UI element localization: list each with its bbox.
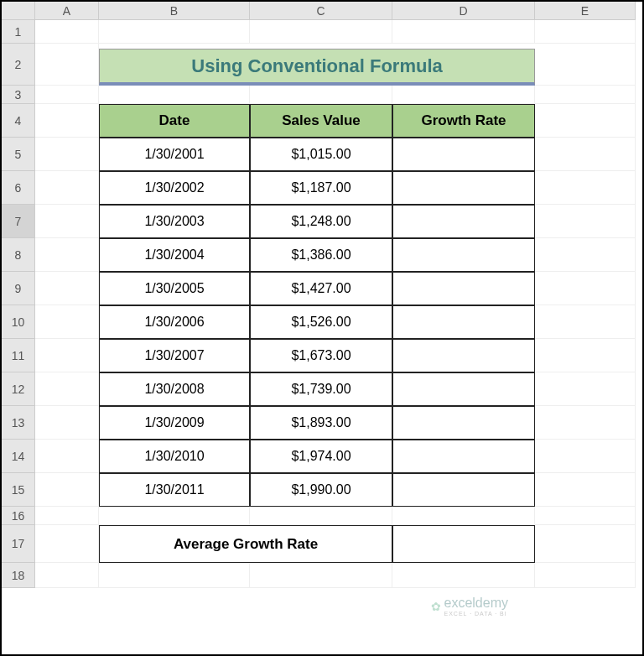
cell-A6[interactable] [35,171,99,205]
row-head-11[interactable]: 11 [2,339,35,372]
row-head-8[interactable]: 8 [2,238,35,272]
cell-date[interactable]: 1/30/2005 [99,272,250,305]
cell-A10[interactable] [35,305,99,339]
cell-E9[interactable] [535,272,636,305]
cell-E13[interactable] [535,406,636,440]
cell-B1[interactable] [99,20,250,44]
cell-growth[interactable] [392,440,535,473]
cell-sales[interactable]: $1,893.00 [250,406,392,440]
cell-date[interactable]: 1/30/2008 [99,372,250,406]
row-head-15[interactable]: 15 [2,473,35,507]
row-head-13[interactable]: 13 [2,406,35,440]
header-sales[interactable]: Sales Value [250,104,392,138]
cell-A9[interactable] [35,272,99,305]
cell-growth[interactable] [392,238,535,272]
cell-growth[interactable] [392,473,535,507]
cell-D1[interactable] [392,20,535,44]
col-head-E[interactable]: E [535,2,636,20]
row-head-9[interactable]: 9 [2,272,35,305]
cell-sales[interactable]: $1,015.00 [250,138,392,171]
cell-E5[interactable] [535,138,636,171]
cell-A12[interactable] [35,372,99,406]
cell-sales[interactable]: $1,248.00 [250,205,392,238]
row-head-5[interactable]: 5 [2,138,35,171]
row-head-12[interactable]: 12 [2,372,35,406]
cell-C3[interactable] [250,86,392,104]
cell-growth[interactable] [392,406,535,440]
col-head-B[interactable]: B [99,2,250,20]
cell-growth[interactable] [392,138,535,171]
cell-sales[interactable]: $1,739.00 [250,372,392,406]
cell-date[interactable]: 1/30/2011 [99,473,250,507]
avg-growth-value[interactable] [392,525,535,563]
cell-sales[interactable]: $1,974.00 [250,440,392,473]
cell-growth[interactable] [392,339,535,372]
cell-D16[interactable] [392,507,535,525]
cell-E1[interactable] [535,20,636,44]
header-growth[interactable]: Growth Rate [392,104,535,138]
cell-E11[interactable] [535,339,636,372]
cell-sales[interactable]: $1,526.00 [250,305,392,339]
cell-A13[interactable] [35,406,99,440]
cell-E8[interactable] [535,238,636,272]
cell-date[interactable]: 1/30/2009 [99,406,250,440]
cell-C1[interactable] [250,20,392,44]
cell-E15[interactable] [535,473,636,507]
cell-A15[interactable] [35,473,99,507]
row-head-10[interactable]: 10 [2,305,35,339]
cell-A4[interactable] [35,104,99,138]
cell-growth[interactable] [392,205,535,238]
row-head-3[interactable]: 3 [2,86,35,104]
col-head-C[interactable]: C [250,2,392,20]
cell-E4[interactable] [535,104,636,138]
cell-A1[interactable] [35,20,99,44]
row-head-18[interactable]: 18 [2,563,35,588]
cell-E12[interactable] [535,372,636,406]
cell-date[interactable]: 1/30/2006 [99,305,250,339]
cell-date[interactable]: 1/30/2003 [99,205,250,238]
cell-E7[interactable] [535,205,636,238]
row-head-2[interactable]: 2 [2,44,35,86]
page-title[interactable]: Using Conventional Formula [99,49,535,86]
cell-growth[interactable] [392,305,535,339]
cell-sales[interactable]: $1,386.00 [250,238,392,272]
cell-sales[interactable]: $1,427.00 [250,272,392,305]
cell-E3[interactable] [535,86,636,104]
cell-A2[interactable] [35,44,99,86]
cell-C18[interactable] [250,563,392,588]
row-head-1[interactable]: 1 [2,20,35,44]
col-head-D[interactable]: D [392,2,535,20]
cell-D3[interactable] [392,86,535,104]
cell-A3[interactable] [35,86,99,104]
cell-E6[interactable] [535,171,636,205]
cell-growth[interactable] [392,372,535,406]
cell-E2[interactable] [535,44,636,86]
cell-growth[interactable] [392,272,535,305]
row-head-17[interactable]: 17 [2,525,35,563]
cell-A11[interactable] [35,339,99,372]
avg-growth-label[interactable]: Average Growth Rate [99,525,392,563]
cell-E18[interactable] [535,563,636,588]
cell-D18[interactable] [392,563,535,588]
cell-date[interactable]: 1/30/2010 [99,440,250,473]
cell-date[interactable]: 1/30/2004 [99,238,250,272]
cell-B18[interactable] [99,563,250,588]
row-head-16[interactable]: 16 [2,507,35,525]
cell-A17[interactable] [35,525,99,563]
cell-A5[interactable] [35,138,99,171]
row-head-14[interactable]: 14 [2,440,35,473]
row-head-4[interactable]: 4 [2,104,35,138]
cell-sales[interactable]: $1,187.00 [250,171,392,205]
cell-E16[interactable] [535,507,636,525]
select-all-corner[interactable] [2,2,35,20]
col-head-A[interactable]: A [35,2,99,20]
cell-A7[interactable] [35,205,99,238]
cell-sales[interactable]: $1,673.00 [250,339,392,372]
cell-A16[interactable] [35,507,99,525]
cell-A8[interactable] [35,238,99,272]
cell-sales[interactable]: $1,990.00 [250,473,392,507]
cell-date[interactable]: 1/30/2007 [99,339,250,372]
cell-A18[interactable] [35,563,99,588]
cell-B16[interactable] [99,507,250,525]
cell-A14[interactable] [35,440,99,473]
